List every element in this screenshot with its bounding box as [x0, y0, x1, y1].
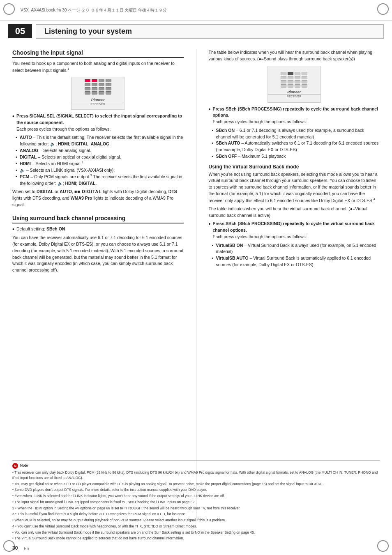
- vsb-table-note: The table indicates when you will hear t…: [209, 206, 380, 219]
- sbch-auto-label: SBch AUTO: [216, 140, 240, 145]
- footnote-ref-1: 1: [67, 67, 69, 70]
- right-intro: The table below indicates when you will …: [209, 49, 380, 62]
- sbch-options-list: SBch ON – 6.1 or 7.1 decoding is always …: [209, 127, 380, 160]
- chapter-number: 05: [8, 24, 32, 38]
- section-choosing-title: Choosing the input signal: [12, 49, 184, 58]
- right-column: The table below indicates when you will …: [205, 49, 380, 518]
- option-hdmi: HDMI – Selects an HDMI signal.2: [16, 160, 184, 167]
- vsb-section-title: Using the Virtual Surround Back mode: [209, 164, 380, 170]
- vsb-on-option: VirtualSB ON – Virtual Surround Back is …: [212, 242, 380, 256]
- note-1: • This receiver can only play back Dolby…: [12, 470, 380, 481]
- footnote-6: • The Virtual Surround Back mode cannot …: [12, 536, 380, 541]
- sbch-on-desc: – 6.1 or 7.1 decoding is always used (fo…: [216, 128, 364, 139]
- press-vsb-text: Press SBch (SBch PROCESSING) repeatedly …: [212, 221, 374, 233]
- option-ilink: 🔈 – Selects an i.LINK signal (VSX-AX4ASi…: [16, 167, 184, 174]
- signal-options-list: AUTO – This is the default setting. The …: [12, 134, 184, 187]
- hdmi-label: HDMI: [20, 161, 31, 166]
- sbch-auto-option: SBch AUTO – Automatically switches to 6.…: [212, 140, 380, 153]
- hdmi-desc: – Selects an HDMI signal.: [32, 161, 82, 166]
- digital-label: DIGITAL: [20, 154, 37, 159]
- left-column: Choosing the input signal You need to ho…: [12, 49, 188, 518]
- note-3: • Some DVD players don't output DTS sign…: [12, 487, 380, 493]
- pcm-label: PCM: [20, 174, 29, 179]
- page-number: 30: [12, 545, 18, 551]
- page-lang: En: [24, 546, 29, 551]
- vsb-auto-option: VirtualSB AUTO – Virtual Surround Back i…: [212, 255, 380, 268]
- analog-desc: – Selects an analog signal.: [39, 148, 91, 153]
- footnote-2: 3 • This is useful if you find there is …: [12, 511, 380, 517]
- note-4: • Even when i.LINK is selected and the i…: [12, 493, 380, 499]
- sbch-auto-desc: – Automatically switches to 6.1 or 7.1 d…: [216, 140, 379, 152]
- content-area: Choosing the input signal You need to ho…: [0, 45, 392, 522]
- option-digital: DIGITAL – Selects an optical or coaxial …: [16, 154, 184, 161]
- press-signal-sel-text: Press SIGNAL SEL (SIGNAL SELECT) to sele…: [16, 113, 182, 125]
- default-setting-bullet: Default setting: SBch ON: [12, 226, 184, 233]
- press-signal-sel-bullet: Press SIGNAL SEL (SIGNAL SELECT) to sele…: [12, 113, 184, 132]
- analog-label: ANALOG: [20, 148, 39, 153]
- option-analog: ANALOG – Selects an analog signal.: [16, 147, 184, 154]
- footnote-4: 4 • You can't use the Virtual Surround B…: [12, 524, 380, 529]
- vsb-options-list: VirtualSB ON – Virtual Surround Back is …: [209, 242, 380, 268]
- footnote-3: • When PCM is selected, noise may be out…: [12, 518, 380, 523]
- footnote-5: • You can only use the Virtual Surround …: [12, 530, 380, 535]
- note-2: • You may get digital noise when a LD or…: [12, 481, 380, 487]
- press-vsb-bullet: Press SBch (SBch PROCESSING) repeatedly …: [209, 221, 380, 240]
- receiver-image-left: Pioneer RECEIVER: [71, 77, 125, 110]
- vsb-para: When you're not using surround back spea…: [209, 171, 380, 204]
- sbch-off-desc: – Maximum 5.1 playback: [238, 154, 286, 159]
- auto-label: AUTO: [20, 135, 32, 140]
- digital-desc: – Selects an optical or coaxial digital …: [38, 154, 121, 159]
- vsb-on-label: VirtualSB ON: [216, 243, 243, 248]
- press-sbch-bullet: Press SBch (SBch PROCESSING) repeatedly …: [209, 106, 380, 125]
- chapter-title: Listening to your system: [36, 24, 384, 39]
- vsb-auto-label: VirtualSB AUTO: [216, 256, 249, 260]
- top-bar: VSX_AX4ASi.book.fm 30 ページ ２０ ０６年４月１１日 火曜…: [0, 0, 392, 21]
- option-pcm: PCM – Only PCM signals are output.3 The …: [16, 173, 184, 187]
- press-sbch-text: Press SBch (SBch PROCESSING) repeatedly …: [212, 106, 378, 118]
- note-icon: N: [12, 463, 18, 469]
- ilink-desc: – Selects an i.LINK signal (VSX-AX4ASi o…: [26, 168, 115, 173]
- sbch-off-label: SBch OFF: [216, 154, 237, 159]
- notes-section: N Note • This receiver can only play bac…: [12, 461, 380, 542]
- top-bar-text: VSX_AX4ASi.book.fm 30 ページ ２０ ０６年４月１１日 火曜…: [21, 7, 167, 13]
- note-5: • The input signal for unassigned i.LINK…: [12, 500, 380, 505]
- sbch-on-label: SBch ON: [216, 128, 235, 133]
- section2-para: You can have the receiver automatically …: [12, 235, 184, 274]
- section-surround-title: Using surround back channel processing: [12, 215, 184, 223]
- option-auto: AUTO – This is the default setting. The …: [16, 134, 184, 147]
- sbch-off-option: SBch OFF – Maximum 5.1 playback: [212, 153, 380, 160]
- note-header: N Note: [12, 463, 380, 469]
- chapter-header: 05 Listening to your system: [0, 23, 392, 40]
- digital-auto-text: When set to DIGITAL or AUTO, ■■ DIGITAL …: [12, 189, 184, 208]
- pcm-desc: – Only PCM signals are output.: [30, 174, 90, 179]
- corner-decoration-br: [377, 540, 389, 552]
- note-label: Note: [20, 463, 28, 468]
- footnote-1: 2 • When the HDMI option in Setting the …: [12, 506, 380, 511]
- note-content: • This receiver can only play back Dolby…: [12, 470, 380, 541]
- receiver-image-right: Pioneer RECEIVER: [267, 66, 321, 103]
- section1-intro: You need to hook up a component to both …: [12, 60, 184, 74]
- column-divider: [196, 49, 196, 518]
- sbch-on-option: SBch ON – 6.1 or 7.1 decoding is always …: [212, 127, 380, 140]
